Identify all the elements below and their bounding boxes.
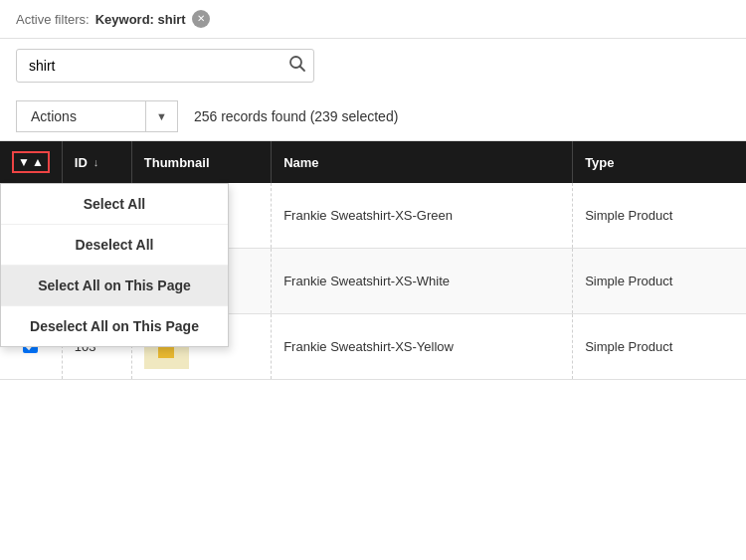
checkbox-dropdown-item-deselect-all-page[interactable]: Deselect All on This Page xyxy=(1,306,228,346)
sort-arrow-up-icon: ▲ xyxy=(32,155,44,169)
toolbar: Actions ▼ 256 records found (239 selecte… xyxy=(0,93,746,141)
actions-dropdown-arrow[interactable]: ▼ xyxy=(145,100,178,132)
th-checkbox: ▼ ▲ Select All Deselect All Select All o… xyxy=(0,141,62,183)
active-filters-bar: Active filters: Keyword: shirt ✕ xyxy=(0,0,746,39)
td-type-2: Simple Product xyxy=(573,249,746,314)
sort-arrow-down-icon: ▼ xyxy=(18,155,30,169)
td-name-3: Frankie Sweatshirt-XS-Yellow xyxy=(272,314,573,380)
filter-close-button[interactable]: ✕ xyxy=(192,10,210,28)
th-thumbnail: Thumbnail xyxy=(131,141,271,183)
th-type: Type xyxy=(573,141,746,183)
active-filters-label: Active filters: xyxy=(16,12,90,27)
checkbox-dropdown-item-select-all-page[interactable]: Select All on This Page xyxy=(1,266,228,306)
search-input-wrapper xyxy=(16,49,314,83)
search-input[interactable] xyxy=(16,49,314,83)
search-icon xyxy=(288,55,306,73)
actions-dropdown: Actions ▼ xyxy=(16,100,178,132)
dropdown-arrow-icon: ▼ xyxy=(156,110,167,122)
checkbox-dropdown-menu: Select All Deselect All Select All on Th… xyxy=(0,183,229,347)
th-id[interactable]: ID ↓ xyxy=(62,141,131,183)
td-name-2: Frankie Sweatshirt-XS-White xyxy=(272,249,573,314)
th-id-label: ID xyxy=(75,155,88,170)
td-name-1: Frankie Sweatshirt-XS-Green xyxy=(272,183,573,249)
checkbox-sort-cell[interactable]: ▼ ▲ xyxy=(12,151,50,173)
search-button[interactable] xyxy=(288,55,306,77)
checkbox-dropdown-item-deselect-all[interactable]: Deselect All xyxy=(1,225,228,266)
svg-line-1 xyxy=(300,67,305,72)
records-info: 256 records found (239 selected) xyxy=(194,108,398,124)
product-table: ▼ ▲ Select All Deselect All Select All o… xyxy=(0,141,746,380)
table-header-row: ▼ ▲ Select All Deselect All Select All o… xyxy=(0,141,746,183)
td-type-3: Simple Product xyxy=(573,314,746,380)
search-bar xyxy=(0,39,746,93)
th-name: Name xyxy=(272,141,573,183)
td-type-1: Simple Product xyxy=(573,183,746,249)
id-sort-icon: ↓ xyxy=(93,156,99,168)
checkbox-dropdown-item-select-all[interactable]: Select All xyxy=(1,184,228,225)
table-wrapper: ▼ ▲ Select All Deselect All Select All o… xyxy=(0,141,746,380)
filter-keyword: Keyword: shirt xyxy=(95,12,186,27)
actions-button[interactable]: Actions xyxy=(16,100,145,132)
